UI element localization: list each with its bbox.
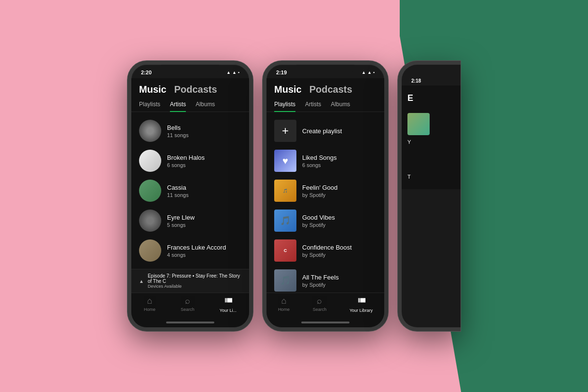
playlist-name-confidence: Confidence Boost <box>302 244 377 251</box>
phone-content-2: Music Podcasts Playlists Artists Albums … <box>266 78 384 293</box>
status-time-3: 2:18 <box>411 78 421 84</box>
status-time-1: 2:20 <box>141 70 152 75</box>
battery-icon-2: ▪ <box>373 70 375 75</box>
cat-tab-music-2[interactable]: Music <box>274 84 302 95</box>
wifi-icon-2: ▲ <box>367 70 372 75</box>
playlist-item-good[interactable]: 🎵 Good Vibes by Spotify <box>266 206 384 236</box>
nav-library-2[interactable]: Your Library <box>350 296 373 313</box>
now-playing-bar[interactable]: ▲ Episode 7: Pressure • Stay Free: The S… <box>131 269 249 293</box>
playlist-item-confidence[interactable]: C Confidence Boost by Spotify <box>266 236 384 266</box>
now-playing-title: Episode 7: Pressure • Stay Free: The Sto… <box>148 273 241 284</box>
nav-home-2[interactable]: ⌂ Home <box>278 296 290 313</box>
phone3-music-tab: E <box>407 93 413 103</box>
signal-icon: ▲ <box>226 70 231 75</box>
signal-icon-2: ▲ <box>362 70 366 75</box>
phone3-sub: Y <box>407 139 455 145</box>
playlist-img-feelin: 🎵 <box>274 180 296 202</box>
sub-tab-albums-2[interactable]: Albums <box>331 101 350 112</box>
artist-item-frances[interactable]: Frances Luke Accord 4 songs <box>131 236 249 266</box>
sub-tab-artists-1[interactable]: Artists <box>170 101 186 112</box>
category-tabs-2: Music Podcasts <box>266 78 384 99</box>
artist-name-broken: Broken Halos <box>167 154 241 161</box>
home-icon-1: ⌂ <box>147 296 153 306</box>
phone-1: 2:20 ▲ ▲ ▪ Music Podcasts Playlists Arti… <box>127 61 253 331</box>
nav-home-label-1: Home <box>144 307 155 312</box>
playlist-img-feels: 🎵 <box>274 269 296 292</box>
home-bar-1 <box>166 322 214 323</box>
sub-tab-playlists-2[interactable]: Playlists <box>274 101 295 112</box>
status-bar-3: 2:18 <box>402 65 461 85</box>
cat-tab-podcasts-2[interactable]: Podcasts <box>309 84 352 95</box>
artist-item-broken-halos[interactable]: Broken Halos 6 songs <box>131 146 249 176</box>
artist-img-bells <box>139 120 161 142</box>
bottom-nav-1: ⌂ Home ⌕ Search Your Li... <box>131 293 249 318</box>
library-icon-1 <box>224 296 232 307</box>
battery-icon: ▪ <box>238 70 239 75</box>
artist-sub-eyre: 5 songs <box>167 222 241 228</box>
phone3-art <box>407 113 430 135</box>
artist-item-happy[interactable]: The Happy Fits <box>131 266 249 269</box>
notch-1 <box>161 65 219 75</box>
playlist-sub-feels: by Spotify <box>302 282 377 288</box>
phone-3-partial: 2:18 E Y T <box>398 61 461 331</box>
artist-sub-broken: 6 songs <box>167 162 241 168</box>
phone-content-1: Music Podcasts Playlists Artists Albums … <box>131 78 249 293</box>
phone-2: 2:19 ▲ ▲ ▪ Music Podcasts Playlists Arti… <box>263 61 388 331</box>
artists-list: Bells 11 songs Broken Halos 6 songs <box>131 112 249 269</box>
playlist-sub-confidence: by Spotify <box>302 252 377 258</box>
artist-item-cassia[interactable]: Cassia 11 songs <box>131 176 249 206</box>
playlist-name-liked: Liked Songs <box>302 154 377 161</box>
sub-tab-albums-1[interactable]: Albums <box>196 101 215 112</box>
library-icon-2 <box>357 296 365 307</box>
playlist-name-good: Good Vibes <box>302 214 377 221</box>
chevron-up-icon: ▲ <box>139 279 144 284</box>
playlist-item-feelin[interactable]: 🎵 Feelin' Good by Spotify <box>266 176 384 206</box>
artist-img-frances <box>139 239 161 262</box>
cat-tab-podcasts-1[interactable]: Podcasts <box>174 84 217 95</box>
sub-tab-playlists-1[interactable]: Playlists <box>139 101 160 112</box>
artist-item-bells[interactable]: Bells 11 songs <box>131 116 249 146</box>
playlist-sub-feelin: by Spotify <box>302 192 377 198</box>
artist-img-eyre <box>139 210 161 232</box>
artist-name-cassia: Cassia <box>167 184 241 191</box>
artist-img-cassia <box>139 180 161 202</box>
nav-search-2[interactable]: ⌕ Search <box>313 296 327 313</box>
now-playing-sub: Devices Available <box>148 284 241 289</box>
playlists-list: + Create playlist ♥ Liked Songs 6 songs <box>266 112 384 293</box>
playlist-name-feels: All The Feels <box>302 274 377 281</box>
create-playlist-label: Create playlist <box>302 127 377 135</box>
nav-home-label-2: Home <box>278 307 290 312</box>
cat-tab-music-1[interactable]: Music <box>139 84 167 95</box>
wifi-icon: ▲ <box>232 70 237 75</box>
artist-item-eyre[interactable]: Eyre Llew 5 songs <box>131 206 249 236</box>
nav-home-1[interactable]: ⌂ Home <box>144 296 155 313</box>
artist-name-bells: Bells <box>167 124 241 131</box>
search-icon-2: ⌕ <box>317 296 322 306</box>
sub-tabs-2: Playlists Artists Albums <box>266 99 384 112</box>
playlist-sub-good: by Spotify <box>302 222 377 228</box>
nav-search-label-2: Search <box>313 307 327 312</box>
nav-library-label-1: Your Li... <box>220 308 237 313</box>
playlist-img-confidence: C <box>274 239 296 262</box>
nav-library-1[interactable]: Your Li... <box>220 296 237 313</box>
create-playlist-icon: + <box>274 120 296 142</box>
sub-tabs-1: Playlists Artists Albums <box>131 99 249 112</box>
nav-search-1[interactable]: ⌕ Search <box>181 296 195 313</box>
artist-sub-cassia: 11 songs <box>167 192 241 198</box>
home-indicator-2 <box>266 318 384 327</box>
category-tabs-1: Music Podcasts <box>131 78 249 99</box>
phone3-item: Y <box>407 113 455 145</box>
playlist-sub-liked: 6 songs <box>302 162 377 168</box>
status-time-2: 2:19 <box>276 70 287 75</box>
playlist-item-liked[interactable]: ♥ Liked Songs 6 songs <box>266 146 384 176</box>
playlist-img-liked: ♥ <box>274 150 296 172</box>
phone3-text1: T <box>407 174 455 180</box>
artist-name-frances: Frances Luke Accord <box>167 244 241 251</box>
sub-tab-artists-2[interactable]: Artists <box>305 101 321 112</box>
playlist-item-feels[interactable]: 🎵 All The Feels by Spotify <box>266 266 384 293</box>
nav-search-label-1: Search <box>181 307 195 312</box>
home-indicator-1 <box>131 318 249 327</box>
create-playlist-item[interactable]: + Create playlist <box>266 116 384 146</box>
phone3-content: E Y T <box>402 85 461 189</box>
home-icon-2: ⌂ <box>281 296 286 306</box>
